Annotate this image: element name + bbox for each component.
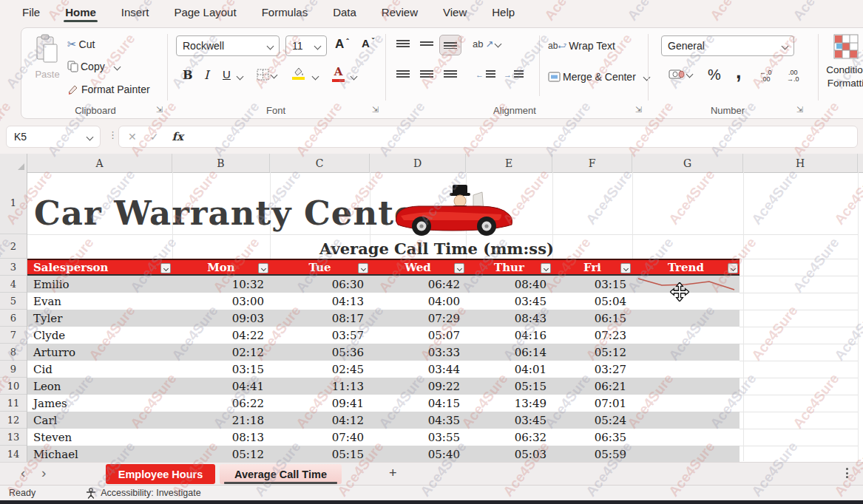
cell-time-value[interactable]: 07:23 [552, 327, 632, 344]
top-align-button[interactable] [396, 40, 410, 47]
cell-time-value[interactable]: 06:30 [270, 276, 370, 293]
row-header-5[interactable]: 5 [0, 293, 27, 310]
cell-time-value[interactable]: 04:16 [466, 327, 552, 344]
cell-time-value[interactable]: 05:24 [552, 412, 632, 429]
row-header-8[interactable]: 8 [0, 344, 27, 361]
clipboard-dialog-launcher-icon[interactable]: ⇲ [156, 105, 163, 115]
enter-formula-icon[interactable]: ✓ [150, 131, 159, 143]
cell-time-value[interactable]: 04:15 [370, 395, 466, 412]
decrease-decimal-button[interactable]: .00 →.0 [787, 69, 799, 84]
cell-time-value[interactable]: 10:32 [172, 276, 270, 293]
row-header-14[interactable]: 14 [0, 446, 27, 462]
cell-time-value[interactable]: 07:01 [552, 395, 632, 412]
menu-tab-file[interactable]: File [22, 0, 40, 24]
insert-function-icon[interactable]: fx [172, 130, 183, 143]
copy-button[interactable]: Copy [67, 61, 120, 72]
format-painter-button[interactable]: Format Painter [67, 84, 150, 95]
menu-tab-data[interactable]: Data [333, 0, 356, 24]
cell-trend[interactable] [632, 344, 740, 361]
name-box-dropdown-icon[interactable] [87, 133, 94, 140]
cell-time-value[interactable]: 03:57 [270, 327, 370, 344]
row-header-1[interactable]: 1 [0, 172, 27, 234]
formula-input-area[interactable]: ✕ ✓ fx [118, 126, 858, 148]
sheet-tab-average-call-time[interactable]: Average Call Time [220, 464, 342, 484]
cell-time-value[interactable]: 05:59 [552, 446, 632, 462]
cell-time-value[interactable]: 05:40 [370, 446, 466, 462]
borders-button[interactable] [257, 69, 277, 81]
filter-button[interactable] [454, 263, 464, 273]
cell-salesperson[interactable]: Steven [27, 429, 172, 446]
cell-trend[interactable] [632, 327, 740, 344]
borders-dropdown-icon[interactable] [271, 71, 278, 78]
cell-time-value[interactable]: 05:07 [370, 327, 466, 344]
cell-time-value[interactable]: 04:00 [370, 293, 466, 310]
cell-trend[interactable] [632, 412, 740, 429]
number-dialog-launcher-icon[interactable]: ⇲ [796, 105, 803, 115]
number-format-combobox[interactable]: General [661, 35, 794, 56]
table-header-thur[interactable]: Thur [466, 259, 552, 276]
cell-salesperson[interactable]: Tyler [27, 310, 172, 327]
cell-salesperson[interactable]: Carl [27, 412, 172, 429]
cell-time-value[interactable]: 21:18 [172, 412, 270, 429]
cell-time-value[interactable]: 05:04 [552, 293, 632, 310]
cell-time-value[interactable]: 06:15 [552, 310, 632, 327]
accounting-format-button[interactable] [669, 69, 692, 80]
cell-time-value[interactable]: 08:17 [270, 310, 370, 327]
cell-trend[interactable] [632, 310, 740, 327]
cell-salesperson[interactable]: Michael [27, 446, 172, 462]
column-header-G[interactable]: G [632, 154, 743, 172]
cell-time-value[interactable]: 09:03 [172, 310, 270, 327]
shrink-font-button[interactable]: Aˇ [362, 37, 374, 50]
cell-salesperson[interactable]: Cid [27, 361, 172, 378]
cell-time-value[interactable]: 08:13 [172, 429, 270, 446]
cell-salesperson[interactable]: Leon [27, 378, 172, 395]
menu-tab-view[interactable]: View [443, 0, 467, 24]
percent-style-button[interactable]: % [708, 67, 721, 84]
cell-time-value[interactable]: 03:45 [466, 293, 552, 310]
menu-tab-insert[interactable]: Insert [121, 0, 149, 24]
orientation-dropdown-icon[interactable] [495, 41, 502, 48]
tab-bar-menu-icon[interactable] [846, 468, 848, 478]
increase-decimal-button[interactable]: ←.0 .00 [759, 69, 772, 84]
accounting-dropdown-icon[interactable] [686, 71, 694, 78]
font-color-button[interactable]: A [332, 65, 345, 82]
table-header-wed[interactable]: Wed [370, 259, 466, 276]
bold-button[interactable]: B [183, 68, 193, 82]
cell-time-value[interactable]: 02:45 [270, 361, 370, 378]
cell-time-value[interactable]: 04:22 [172, 327, 270, 344]
merge-center-button[interactable]: Merge & Center [548, 71, 649, 83]
menu-tab-page-layout[interactable]: Page Layout [174, 0, 236, 24]
select-all-corner[interactable] [0, 154, 27, 172]
cell-time-value[interactable]: 03:15 [552, 276, 632, 293]
fill-color-dropdown-icon[interactable] [312, 73, 319, 81]
decrease-indent-button[interactable]: ← [476, 70, 495, 79]
column-header-H[interactable]: H [743, 154, 858, 172]
table-header-salesperson[interactable]: Salesperson [27, 259, 172, 276]
column-header-A[interactable]: A [27, 154, 172, 172]
underline-dropdown-icon[interactable] [237, 73, 244, 81]
row-header-12[interactable]: 12 [0, 412, 27, 429]
cell-time-value[interactable]: 06:42 [370, 276, 466, 293]
font-color-dropdown-icon[interactable] [351, 73, 358, 81]
car-clipart-image[interactable] [390, 182, 515, 238]
row-header-11[interactable]: 11 [0, 395, 27, 412]
cell-time-value[interactable]: 02:12 [172, 344, 270, 361]
increase-indent-button[interactable]: → [504, 70, 524, 79]
cell-time-value[interactable]: 03:33 [370, 344, 466, 361]
row-header-7[interactable]: 7 [0, 327, 27, 344]
cell-time-value[interactable]: 03:44 [370, 361, 466, 378]
merge-center-dropdown-icon[interactable] [643, 73, 650, 81]
cell-time-value[interactable]: 09:22 [370, 378, 466, 395]
filter-button[interactable] [258, 263, 268, 273]
filter-button[interactable] [541, 263, 551, 273]
row-header-2[interactable]: 2 [0, 234, 27, 259]
align-center-button[interactable] [420, 70, 433, 79]
cell-trend[interactable] [632, 429, 740, 446]
sheet-tab-employee-hours[interactable]: Employee Hours [106, 464, 215, 484]
font-dialog-launcher-icon[interactable]: ⇲ [372, 105, 379, 115]
column-header-C[interactable]: C [270, 154, 370, 172]
cell-time-value[interactable]: 08:43 [466, 310, 552, 327]
bottom-align-button[interactable] [439, 35, 461, 55]
cell-trend[interactable] [632, 446, 740, 462]
accessibility-status-label[interactable]: Accessibility: Investigate [101, 488, 200, 498]
